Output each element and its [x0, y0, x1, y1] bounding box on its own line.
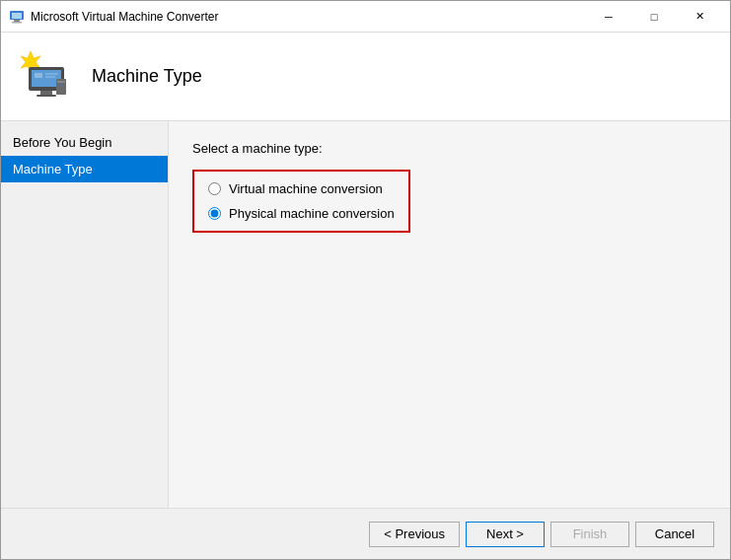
app-icon — [9, 9, 25, 25]
physical-machine-radio[interactable] — [208, 207, 221, 220]
close-button[interactable]: ✕ — [677, 1, 722, 33]
svg-rect-10 — [57, 81, 65, 83]
virtual-machine-option[interactable]: Virtual machine conversion — [208, 181, 395, 196]
finish-button[interactable]: Finish — [550, 522, 629, 547]
main-content: Before You Begin Machine Type Select a m… — [1, 121, 730, 508]
next-button[interactable]: Next > — [466, 522, 545, 547]
svg-rect-13 — [45, 73, 58, 75]
svg-rect-12 — [35, 73, 42, 78]
window-controls: ─ □ ✕ — [586, 1, 722, 33]
svg-rect-2 — [14, 20, 20, 22]
titlebar: Microsoft Virtual Machine Converter ─ □ … — [1, 1, 730, 33]
content-area: Select a machine type: Virtual machine c… — [169, 121, 730, 508]
svg-point-11 — [60, 84, 62, 86]
sidebar: Before You Begin Machine Type — [1, 121, 169, 508]
sidebar-item-machine-type[interactable]: Machine Type — [1, 156, 168, 182]
restore-button[interactable]: □ — [631, 1, 677, 33]
svg-rect-14 — [45, 76, 55, 78]
minimize-button[interactable]: ─ — [586, 1, 631, 33]
footer: < Previous Next > Finish Cancel — [1, 508, 730, 559]
main-window: Microsoft Virtual Machine Converter ─ □ … — [0, 0, 731, 560]
svg-rect-1 — [12, 13, 22, 19]
svg-rect-3 — [12, 22, 22, 24]
virtual-machine-label[interactable]: Virtual machine conversion — [229, 181, 383, 196]
svg-rect-7 — [40, 91, 52, 95]
virtual-machine-radio[interactable] — [208, 182, 221, 195]
physical-machine-label[interactable]: Physical machine conversion — [229, 206, 395, 221]
previous-button[interactable]: < Previous — [369, 522, 460, 547]
window-title: Microsoft Virtual Machine Converter — [31, 10, 586, 24]
cancel-button[interactable]: Cancel — [635, 522, 714, 547]
physical-machine-option[interactable]: Physical machine conversion — [208, 206, 395, 221]
sidebar-item-before-you-begin[interactable]: Before You Begin — [1, 129, 168, 156]
header-icon — [17, 47, 76, 106]
page-title: Machine Type — [92, 66, 202, 87]
page-header: Machine Type — [1, 33, 730, 121]
select-machine-type-label: Select a machine type: — [192, 141, 706, 156]
svg-rect-8 — [37, 95, 56, 97]
machine-type-radio-group: Virtual machine conversion Physical mach… — [192, 170, 410, 233]
